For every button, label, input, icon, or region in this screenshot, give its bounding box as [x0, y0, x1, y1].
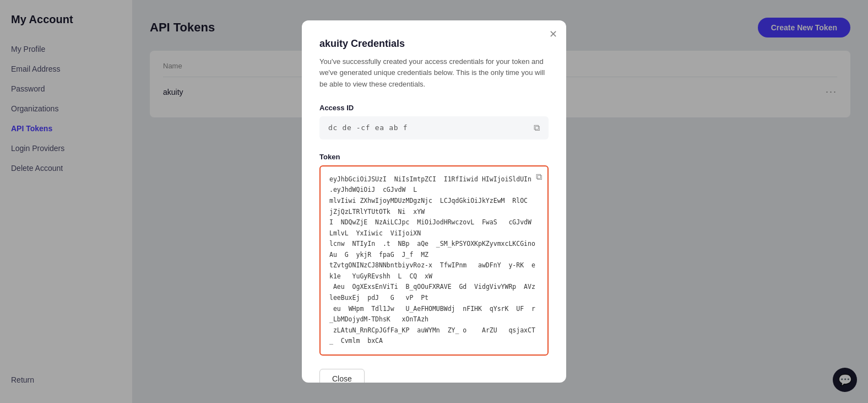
access-id-value: dc de -cf ea ab f — [328, 123, 408, 132]
credentials-modal: ✕ akuity Credentials You've successfully… — [302, 20, 566, 383]
access-id-label: Access ID — [319, 104, 549, 112]
modal-title: akuity Credentials — [319, 38, 549, 50]
modal-close-button[interactable]: ✕ — [549, 29, 557, 39]
token-box: ⧉ eyJhbGciOiJSUzI NiIsImtpZCI I1RfIiwid … — [319, 165, 549, 356]
close-button[interactable]: Close — [319, 369, 365, 383]
token-label: Token — [319, 153, 549, 161]
copy-token-icon[interactable]: ⧉ — [536, 172, 542, 182]
token-value: eyJhbGciOiJSUzI NiIsImtpZCI I1RfIiwid HI… — [329, 174, 539, 347]
modal-overlay: ✕ akuity Credentials You've successfully… — [0, 0, 868, 403]
access-id-box: dc de -cf ea ab f ⧉ — [319, 116, 549, 139]
modal-description: You've successfully created your access … — [319, 56, 549, 90]
copy-access-id-icon[interactable]: ⧉ — [534, 123, 540, 133]
